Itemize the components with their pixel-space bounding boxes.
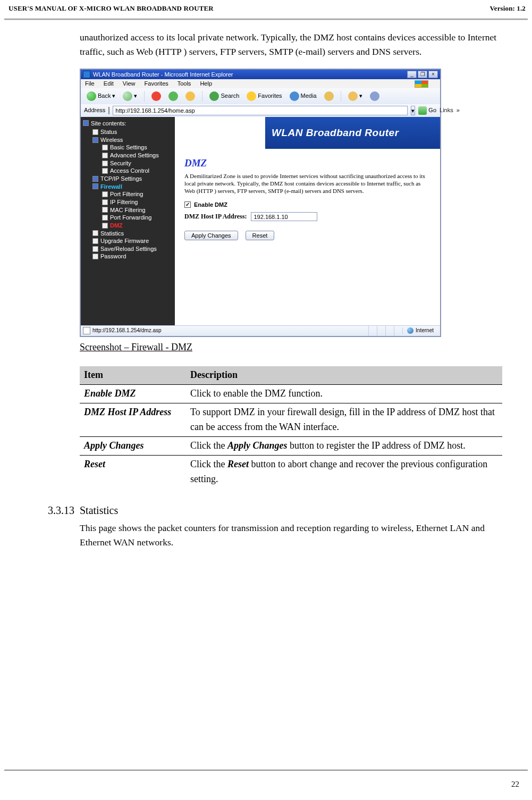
table-row: Apply Changes Click the Apply Changes bu… [80,436,502,455]
nav-tree: Site contents: Status Wireless Basic Set… [81,117,175,325]
cell-desc: Click the Apply Changes button to regist… [186,436,502,455]
home-button[interactable] [183,90,198,103]
page-number: 22 [511,778,519,790]
tree-root-label: Site contents: [91,120,126,127]
page-icon [108,107,109,114]
folder-icon [83,120,89,126]
star-icon [247,91,256,101]
cell-item: Reset [80,455,186,488]
footer-rule [4,769,528,771]
back-button[interactable]: Back ▾ [84,90,118,103]
tree-security[interactable]: Security [83,160,173,167]
folder-icon [92,137,98,143]
mail-icon [348,91,358,101]
menu-tools[interactable]: Tools [178,80,191,87]
print-icon [370,91,379,101]
close-button[interactable]: × [428,71,438,78]
banner-logo-area [175,117,265,149]
search-icon [209,91,219,101]
windows-logo-icon [415,80,428,88]
window-titlebar: WLAN Broadband Router - Microsoft Intern… [81,70,440,79]
tree-mac-filtering[interactable]: MAC Filtering [83,207,173,214]
media-button[interactable]: Media [287,90,319,103]
th-item: Item [80,366,186,384]
tree-wireless[interactable]: Wireless [83,137,173,144]
links-dropdown[interactable]: » [457,107,460,114]
th-description: Description [186,366,502,384]
back-label: Back [98,92,111,99]
media-label: Media [301,92,317,99]
history-icon [324,91,334,101]
media-icon [290,91,299,101]
menu-view[interactable]: View [123,80,136,87]
screenshot-window: WLAN Broadband Router - Microsoft Intern… [80,69,441,337]
reset-button[interactable]: Reset [246,231,275,240]
statusbar-url: http://192.168.1.254/dmz.asp [92,327,162,334]
refresh-button[interactable] [166,90,181,103]
tree-firewall[interactable]: Firewall [83,183,173,190]
stop-button[interactable] [149,90,164,103]
section-number: 3.3.13 [48,502,75,519]
status-bar: http://192.168.1.254/dmz.asp Internet [81,325,440,336]
cell-desc: Click to enable the DMZ function. [186,385,502,403]
print-button[interactable] [367,90,382,103]
table-row: Enable DMZ Click to enable the DMZ funct… [80,385,502,403]
menu-edit[interactable]: Edit [104,80,114,87]
tree-advanced-settings[interactable]: Advanced Settings [83,152,173,159]
history-button[interactable] [322,90,336,103]
tree-statistics[interactable]: Statistics [83,230,173,237]
tree-port-filtering[interactable]: Port Filtering [83,191,173,198]
tree-save-reload[interactable]: Save/Reload Settings [83,246,173,252]
minimize-button[interactable]: _ [407,71,417,78]
globe-icon [407,327,413,334]
links-label[interactable]: Links [440,107,453,114]
menu-help[interactable]: Help [200,80,212,87]
tree-dmz[interactable]: DMZ [83,222,173,229]
cell-desc: Click the Reset button to abort change a… [186,455,502,488]
address-bar: Address ▾ Go Links » [81,104,440,117]
apply-changes-button[interactable]: Apply Changes [184,231,238,240]
menu-file[interactable]: File [85,80,95,87]
stop-icon [151,91,161,101]
internet-zone: Internet [402,327,438,334]
dmz-ip-input[interactable] [251,212,317,221]
back-icon [87,91,96,101]
ie-icon [83,71,90,78]
page-heading-dmz: DMZ [184,157,430,169]
tree-password[interactable]: Password [83,253,173,260]
doc-header-left: USER'S MANUAL OF X-MICRO WLAN BROADBAND … [9,3,214,14]
banner-title: WLAN Broadband Router [265,117,440,149]
tree-port-forwarding[interactable]: Port Forwarding [83,214,173,221]
tree-access-control[interactable]: Access Control [83,167,173,174]
cell-item: Enable DMZ [80,385,186,403]
menu-favorites[interactable]: Favorites [145,80,168,87]
tree-status[interactable]: Status [83,129,173,136]
section-body: This page shows the packet counters for … [80,521,502,550]
enable-dmz-checkbox[interactable]: ✓ [184,201,191,208]
screenshot-main: WLAN Broadband Router DMZ A Demilitarize… [175,117,440,325]
cell-desc: To support DMZ in your firewall design, … [186,403,502,437]
section-title: Statistics [80,502,118,519]
tree-upgrade[interactable]: Upgrade Firmware [83,238,173,245]
table-row: DMZ Host IP Address To support DMZ in yo… [80,403,502,437]
restore-button[interactable]: ❐ [418,71,427,78]
tree-basic-settings[interactable]: Basic Settings [83,144,173,151]
mail-button[interactable]: ▾ [345,90,365,103]
go-label: Go [428,107,436,114]
address-input[interactable] [113,106,408,115]
go-button[interactable]: Go [418,106,436,115]
tree-tcpip[interactable]: TCP/IP Settings [83,175,173,182]
address-dropdown[interactable]: ▾ [411,106,415,115]
forward-button[interactable]: ▾ [120,90,140,103]
search-button[interactable]: Search [207,90,242,103]
home-icon [185,91,195,101]
favorites-button[interactable]: Favorites [244,90,284,103]
tree-ip-filtering[interactable]: IP Filtering [83,199,173,206]
dmz-ip-label: DMZ Host IP Address: [184,213,247,221]
forward-icon [123,91,132,101]
cell-item: DMZ Host IP Address [80,403,186,437]
menubar: File Edit View Favorites Tools Help [81,79,440,88]
screenshot-caption: Screenshot – Firewall - DMZ [80,340,502,355]
header-rule [4,19,528,20]
dmz-description: A Demilitarized Zone is used to provide … [184,173,430,195]
